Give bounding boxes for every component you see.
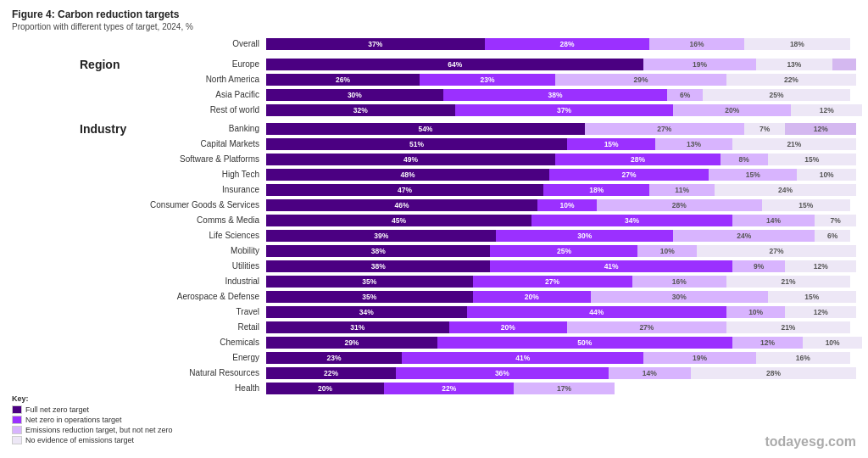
chart-subtitle: Proportion with different types of targe… <box>12 22 856 31</box>
bar-segment-2: 10% <box>726 306 786 318</box>
chart-row: Natural Resources22%36%14%28% <box>80 366 856 380</box>
bar-container: 47%18%11%24% <box>266 184 856 196</box>
bar-segment-0: 22% <box>266 367 396 379</box>
bar-segment-1: 38% <box>443 89 667 101</box>
bar-segment-3: 24% <box>715 184 856 196</box>
bar-segment-0: 45% <box>266 215 531 226</box>
bar-segment-3: 12% <box>791 104 862 116</box>
key-item-label: Net zero in operations target <box>25 416 122 424</box>
bar-segment-0: 29% <box>266 337 437 349</box>
bar-segment-2: 24% <box>673 230 815 242</box>
bar-segment-0: 35% <box>266 291 473 303</box>
bar-segment-4: 12% <box>785 123 856 135</box>
bar-container: 35%20%30%15% <box>266 291 856 303</box>
bar-segment-2: 20% <box>673 104 791 116</box>
bar-container: 39%30%24%6% <box>266 230 856 242</box>
chart-row: Consumer Goods & Services46%10%28%15% <box>80 198 856 212</box>
bar-container: 45%34%14%7% <box>266 215 856 226</box>
region-section: RegionEurope64%19%13%North America26%23%… <box>80 57 856 118</box>
chart-body: Overall37%28%16%18% RegionEurope64%19%13… <box>12 36 856 396</box>
key-items: Full net zero targetNet zero in operatio… <box>12 405 173 444</box>
bar-segment-3: 15% <box>768 154 856 165</box>
key-swatch <box>12 436 22 444</box>
bar-segment-2: 17% <box>514 383 614 394</box>
bar-segment-1: 41% <box>490 260 732 272</box>
bar-container: 49%28%8%15% <box>266 154 856 165</box>
bar-segment-1: 22% <box>384 383 514 394</box>
bar-segment-2: 30% <box>591 291 768 303</box>
bar-container: 31%20%27%21% <box>266 321 856 333</box>
bar-segment-3: 27% <box>697 245 856 257</box>
bar-segment-0: 51% <box>266 138 567 150</box>
row-label: Chemicals <box>147 338 266 347</box>
bar-segment-1: 20% <box>449 321 567 333</box>
key-item: Full net zero target <box>12 405 173 414</box>
bar-segment-0: 37% <box>266 38 485 50</box>
bar-segment-0: 35% <box>266 276 473 288</box>
bar-segment-0: 38% <box>266 245 490 257</box>
bar-segment-0: 38% <box>266 260 490 272</box>
bar-container: 46%10%28%15% <box>266 199 856 211</box>
bar-container: 35%27%16%21% <box>266 276 856 288</box>
key-item-label: No evidence of emissions target <box>25 436 134 444</box>
row-label: Europe <box>147 59 266 69</box>
bar-segment-2: 14% <box>609 367 691 379</box>
bar-segment-1: 18% <box>543 184 649 196</box>
bar-segment-0: 32% <box>266 104 455 116</box>
chart-row: North America26%23%29%22% <box>80 72 856 87</box>
row-label: Insurance <box>147 185 266 194</box>
row-label: Rest of world <box>147 105 266 114</box>
bar-segment-3: 7% <box>815 215 856 226</box>
chart-row: Rest of world32%37%20%12% <box>80 103 856 117</box>
bar-segment-1: 37% <box>455 104 674 116</box>
row-label: Comms & Media <box>147 215 266 225</box>
chart-row: Aerospace & Defense35%20%30%15% <box>80 289 856 304</box>
bar-container: 29%50%12%10% <box>266 337 856 349</box>
bar-segment-1: 27% <box>473 276 632 288</box>
bar-segment-1: 41% <box>402 352 643 364</box>
chart-row: Retail31%20%27%21% <box>80 320 856 334</box>
bar-segment-2: 19% <box>643 59 755 70</box>
bar-segment-0: 47% <box>266 184 543 196</box>
bar-segment-0: 20% <box>266 383 384 394</box>
bar-segment-0: 49% <box>266 154 555 165</box>
bar-container: 38%25%10%27% <box>266 245 856 257</box>
bar-container: 51%15%13%21% <box>266 138 856 150</box>
bar-segment-2: 27% <box>567 321 726 333</box>
bar-segment-2: 12% <box>732 337 804 349</box>
chart-row: High Tech48%27%15%10% <box>80 167 856 182</box>
chart-row: Chemicals29%50%12%10% <box>80 335 856 349</box>
bar-segment-2: 14% <box>732 215 815 226</box>
bar-segment-1: 25% <box>490 245 637 257</box>
bar-segment-0: 30% <box>266 89 443 101</box>
bar-segment-0: 64% <box>266 59 643 70</box>
bar-segment-3: 16% <box>756 352 850 364</box>
bar-segment-1: 15% <box>567 138 655 150</box>
row-label: Travel <box>147 307 266 316</box>
industry-section: IndustryBanking54%27%7%12%Capital Market… <box>80 121 856 396</box>
chart-row: Capital Markets51%15%13%21% <box>80 137 856 151</box>
bar-container: 38%41%9%12% <box>266 260 856 272</box>
bar-segment-2: 13% <box>655 138 732 150</box>
bar-segment-2: 6% <box>667 89 703 101</box>
bar-segment-2: 29% <box>555 74 726 86</box>
bar-segment-3: 13% <box>756 59 832 70</box>
chart-row: Industrial35%27%16%21% <box>80 274 856 288</box>
bar-segment-2: 19% <box>643 352 755 364</box>
bar-segment-0: 48% <box>266 169 549 181</box>
row-label: High Tech <box>147 170 266 179</box>
section-labels <box>12 36 80 396</box>
row-label: Industrial <box>147 276 266 286</box>
key-title: Key: <box>12 394 173 403</box>
chart-row: Comms & Media45%34%14%7% <box>80 213 856 227</box>
row-label: Aerospace & Defense <box>147 292 266 301</box>
bar-container: 64%19%13% <box>266 59 856 70</box>
bar-segment-3: 7% <box>744 123 786 135</box>
row-label: Retail <box>147 322 266 332</box>
overall-row: Overall37%28%16%18% <box>80 36 856 51</box>
bar-segment-0: 39% <box>266 230 496 242</box>
overall-section: Overall37%28%16%18% <box>80 36 856 53</box>
bar-segment-3: 10% <box>803 337 862 349</box>
bar-segment-0: 23% <box>266 352 402 364</box>
bar-segment-2: 28% <box>597 199 762 211</box>
